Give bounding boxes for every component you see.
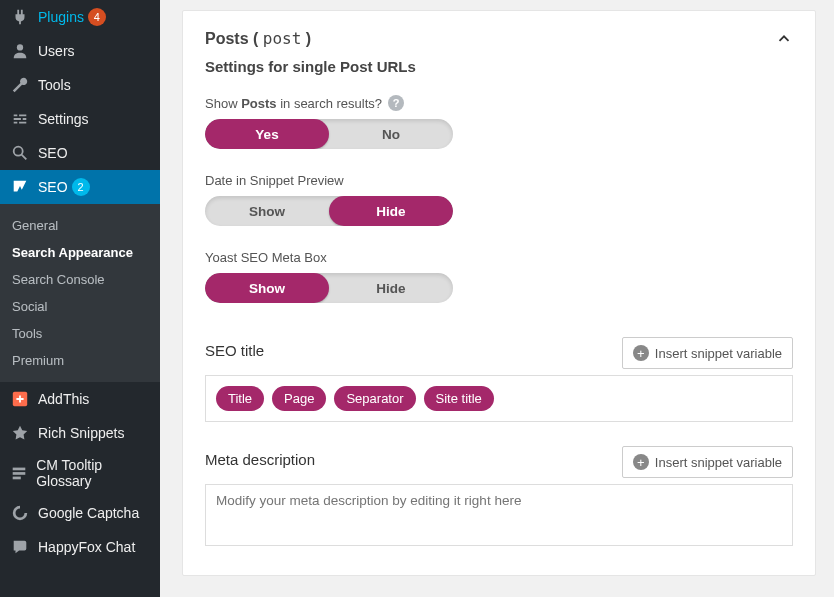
- sidebar-item-rich-snippets[interactable]: Rich Snippets: [0, 416, 160, 450]
- panel-title: Posts ( post ): [205, 29, 311, 48]
- help-icon[interactable]: ?: [388, 95, 404, 111]
- search-icon: [10, 143, 30, 163]
- main-content: Posts ( post ) Settings for single Post …: [160, 0, 834, 597]
- sidebar-label: Users: [38, 43, 75, 59]
- posts-settings-panel: Posts ( post ) Settings for single Post …: [182, 10, 816, 576]
- metabox-toggle: Show Hide: [205, 273, 453, 303]
- submenu-premium[interactable]: Premium: [0, 347, 160, 374]
- snippet-chip[interactable]: Page: [272, 386, 326, 411]
- toggle-show[interactable]: Show: [205, 273, 329, 303]
- submenu-general[interactable]: General: [0, 212, 160, 239]
- toggle-show[interactable]: Show: [205, 196, 329, 226]
- sidebar-item-yoast-seo[interactable]: SEO 2: [0, 170, 160, 204]
- sidebar-label: SEO: [38, 145, 68, 161]
- show-in-results-label: Show Posts in search results? ?: [205, 95, 793, 111]
- sliders-icon: [10, 109, 30, 129]
- insert-snippet-button[interactable]: + Insert snippet variable: [622, 446, 793, 478]
- date-preview-toggle: Show Hide: [205, 196, 453, 226]
- sidebar-label: HappyFox Chat: [38, 539, 135, 555]
- recaptcha-icon: [10, 503, 30, 523]
- plus-circle-icon: +: [633, 454, 649, 470]
- glossary-icon: [10, 463, 28, 483]
- seo-title-label: SEO title: [205, 342, 264, 359]
- svg-rect-5: [13, 477, 21, 480]
- sidebar-label: Plugins: [38, 9, 84, 25]
- notification-badge: 2: [72, 178, 90, 196]
- panel-subtitle: Settings for single Post URLs: [205, 58, 793, 75]
- submenu-tools[interactable]: Tools: [0, 320, 160, 347]
- sidebar-label: SEO: [38, 179, 68, 195]
- sidebar-item-seo[interactable]: SEO: [0, 136, 160, 170]
- sidebar-label: Rich Snippets: [38, 425, 124, 441]
- chevron-up-icon[interactable]: [775, 30, 793, 48]
- meta-description-label: Meta description: [205, 451, 315, 468]
- submenu-social[interactable]: Social: [0, 293, 160, 320]
- sidebar-item-settings[interactable]: Settings: [0, 102, 160, 136]
- sidebar-item-cm-tooltip[interactable]: CM Tooltip Glossary: [0, 450, 160, 496]
- svg-rect-4: [13, 472, 26, 475]
- sidebar-item-plugins[interactable]: Plugins 4: [0, 0, 160, 34]
- snippet-chip[interactable]: Site title: [424, 386, 494, 411]
- toggle-yes[interactable]: Yes: [205, 119, 329, 149]
- seo-title-input[interactable]: Title Page Separator Site title: [205, 375, 793, 422]
- show-in-results-toggle: Yes No: [205, 119, 453, 149]
- sidebar-label: AddThis: [38, 391, 89, 407]
- sidebar-label: Tools: [38, 77, 71, 93]
- user-icon: [10, 41, 30, 61]
- metabox-label: Yoast SEO Meta Box: [205, 250, 793, 265]
- yoast-submenu: General Search Appearance Search Console…: [0, 204, 160, 382]
- sidebar-item-happyfox[interactable]: HappyFox Chat: [0, 530, 160, 564]
- snippet-chip[interactable]: Separator: [334, 386, 415, 411]
- submenu-search-console[interactable]: Search Console: [0, 266, 160, 293]
- yoast-icon: [10, 177, 30, 197]
- svg-rect-3: [13, 468, 26, 471]
- sidebar-label: Settings: [38, 111, 89, 127]
- sidebar-item-users[interactable]: Users: [0, 34, 160, 68]
- sidebar-item-google-captcha[interactable]: Google Captcha: [0, 496, 160, 530]
- star-icon: [10, 423, 30, 443]
- update-badge: 4: [88, 8, 106, 26]
- chat-icon: [10, 537, 30, 557]
- plus-icon: [10, 389, 30, 409]
- toggle-hide[interactable]: Hide: [329, 196, 453, 226]
- submenu-search-appearance[interactable]: Search Appearance: [0, 239, 160, 266]
- toggle-hide[interactable]: Hide: [329, 273, 453, 303]
- snippet-chip[interactable]: Title: [216, 386, 264, 411]
- admin-sidebar: Plugins 4 Users Tools Settings SEO SEO 2…: [0, 0, 160, 597]
- toggle-no[interactable]: No: [329, 119, 453, 149]
- svg-point-1: [14, 147, 23, 156]
- date-preview-label: Date in Snippet Preview: [205, 173, 793, 188]
- meta-description-input[interactable]: [205, 484, 793, 546]
- svg-point-0: [17, 44, 23, 50]
- insert-snippet-button[interactable]: + Insert snippet variable: [622, 337, 793, 369]
- sidebar-label: CM Tooltip Glossary: [36, 457, 150, 489]
- plus-circle-icon: +: [633, 345, 649, 361]
- sidebar-item-addthis[interactable]: AddThis: [0, 382, 160, 416]
- plug-icon: [10, 7, 30, 27]
- sidebar-item-tools[interactable]: Tools: [0, 68, 160, 102]
- wrench-icon: [10, 75, 30, 95]
- sidebar-label: Google Captcha: [38, 505, 139, 521]
